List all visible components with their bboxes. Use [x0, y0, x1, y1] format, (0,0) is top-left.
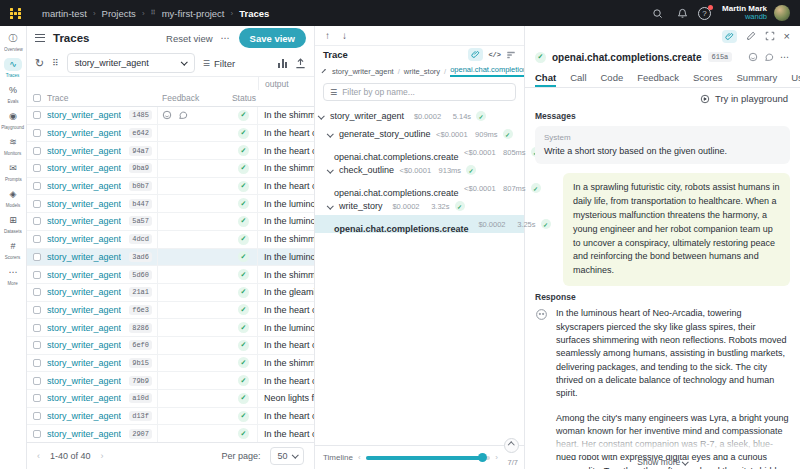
- feedback-cell[interactable]: [162, 110, 230, 120]
- row-checkbox[interactable]: [33, 129, 41, 137]
- table-row[interactable]: story_writer_agent 21a1 ✓ In the gleamin…: [27, 284, 314, 302]
- tree-node[interactable]: openai.chat.completions.create $0.0002 3…: [315, 215, 524, 233]
- trace-breadcrumb-root[interactable]: story_writer_agent: [332, 67, 394, 76]
- avatar[interactable]: [774, 5, 790, 21]
- op-selector-dropdown[interactable]: story_writer_agent: [67, 53, 195, 73]
- column-header-feedback[interactable]: Feedback: [158, 93, 230, 103]
- row-checkbox[interactable]: [33, 394, 41, 402]
- trace-link[interactable]: story_writer_agent: [47, 376, 121, 386]
- try-in-playground-button[interactable]: Try in playground: [525, 88, 800, 106]
- notifications-bell-icon[interactable]: [673, 4, 691, 22]
- table-row[interactable]: story_writer_agent e642 ✓ In the heart o…: [27, 125, 314, 143]
- row-checkbox[interactable]: [33, 359, 41, 367]
- wandb-logo-icon[interactable]: [10, 8, 21, 19]
- trace-link[interactable]: story_writer_agent: [47, 411, 121, 421]
- row-checkbox[interactable]: [33, 306, 41, 314]
- sidebar-item[interactable]: ⓘ Overview: [0, 29, 26, 54]
- help-icon[interactable]: ?: [698, 7, 711, 20]
- search-icon[interactable]: [648, 4, 666, 22]
- timeline-slider[interactable]: [366, 456, 491, 460]
- timeline-prev-icon[interactable]: ‹: [358, 453, 361, 462]
- table-row[interactable]: story_writer_agent b447 ✓ In the luminou…: [27, 195, 314, 213]
- tab[interactable]: Feedback: [637, 68, 679, 87]
- table-row[interactable]: story_writer_agent 4dcd ✓ In the shimmer…: [27, 231, 314, 249]
- tree-node[interactable]: write_story $0.0002 3.32s ✓: [315, 197, 524, 215]
- trace-link[interactable]: story_writer_agent: [47, 287, 121, 297]
- tab[interactable]: Call: [570, 68, 586, 87]
- table-row[interactable]: story_writer_agent 94a7 ✓ In the heart o…: [27, 142, 314, 160]
- sort-down-icon[interactable]: ↓: [342, 30, 347, 41]
- close-icon[interactable]: ×: [784, 31, 790, 42]
- trace-link[interactable]: story_writer_agent: [47, 163, 121, 173]
- table-row[interactable]: story_writer_agent 6ef0 ✓ In the heart o…: [27, 337, 314, 355]
- table-menu-icon[interactable]: [35, 34, 45, 42]
- tree-node[interactable]: openai.chat.completions.create <$0.0001 …: [315, 179, 524, 197]
- view-options-icon[interactable]: ⋯: [221, 33, 231, 43]
- row-checkbox[interactable]: [33, 235, 41, 243]
- per-page-select[interactable]: 50: [270, 447, 304, 465]
- row-checkbox[interactable]: [33, 111, 41, 119]
- next-page-icon[interactable]: ›: [101, 451, 104, 461]
- select-all-checkbox[interactable]: [33, 94, 41, 102]
- expand-chevron-icon[interactable]: [327, 166, 333, 172]
- overflow-menu-icon[interactable]: ⋯: [780, 52, 790, 62]
- table-row[interactable]: story_writer_agent 2907 ✓ In the heart o…: [27, 425, 314, 442]
- trace-link[interactable]: story_writer_agent: [47, 429, 121, 439]
- expand-chevron-icon[interactable]: [327, 202, 333, 208]
- table-row[interactable]: story_writer_agent f6e3 ✓ In the heart o…: [27, 302, 314, 320]
- sidebar-item[interactable]: ◈ Models: [0, 185, 26, 210]
- table-row[interactable]: story_writer_agent 3ad6 ✓ In the luminou…: [27, 249, 314, 267]
- table-row[interactable]: story_writer_agent 1485 ✓ In the shimmer…: [27, 107, 314, 125]
- column-header-status[interactable]: Status: [230, 93, 258, 103]
- trace-link[interactable]: story_writer_agent: [47, 216, 121, 226]
- table-row[interactable]: story_writer_agent 9ba9 ✓ In the shimmer…: [27, 160, 314, 178]
- sidebar-item[interactable]: ◉ Playground: [0, 107, 26, 132]
- breadcrumb-section[interactable]: Projects: [102, 8, 136, 19]
- show-more-button[interactable]: Show more: [525, 457, 800, 467]
- timeline-slider-handle[interactable]: [478, 453, 487, 462]
- row-checkbox[interactable]: [33, 430, 41, 438]
- table-row[interactable]: story_writer_agent 5d60 ✓ In the shimmer…: [27, 266, 314, 284]
- reset-view-button[interactable]: Reset view: [166, 33, 212, 44]
- trace-link[interactable]: story_writer_agent: [47, 305, 121, 315]
- tab[interactable]: Code: [601, 68, 624, 87]
- tree-node[interactable]: story_writer_agent $0.0002 5.14s ✓: [315, 107, 524, 125]
- edit-pencil-icon[interactable]: [746, 31, 756, 41]
- row-checkbox[interactable]: [33, 200, 41, 208]
- output-group-header[interactable]: output: [258, 77, 314, 90]
- tab[interactable]: Use: [791, 68, 800, 87]
- trace-link[interactable]: story_writer_agent: [47, 323, 121, 333]
- op-filter-input[interactable]: [342, 87, 509, 97]
- tree-node[interactable]: generate_story_outline <$0.0001 909ms ✓: [315, 125, 524, 143]
- trace-link[interactable]: story_writer_agent: [47, 270, 121, 280]
- table-row[interactable]: story_writer_agent a10d ✓ Neon lights fl…: [27, 390, 314, 408]
- table-row[interactable]: story_writer_agent d13f ✓ In the heart o…: [27, 408, 314, 426]
- code-view-icon[interactable]: </>: [488, 51, 501, 59]
- timeline-next-icon[interactable]: ›: [495, 453, 498, 462]
- trace-link[interactable]: story_writer_agent: [47, 128, 121, 138]
- breadcrumb-project[interactable]: my-first-project: [162, 8, 225, 19]
- refresh-icon[interactable]: ↻: [35, 58, 44, 69]
- row-checkbox[interactable]: [33, 253, 41, 261]
- sidebar-item[interactable]: ⊞ Datasets: [0, 211, 26, 236]
- row-checkbox[interactable]: [33, 164, 41, 172]
- table-row[interactable]: story_writer_agent b0b7 ✓ In the heart o…: [27, 178, 314, 196]
- prev-page-icon[interactable]: ‹: [37, 451, 40, 461]
- column-visibility-icon[interactable]: ⠿: [52, 58, 59, 68]
- trace-link[interactable]: story_writer_agent: [47, 252, 121, 262]
- comment-icon[interactable]: [764, 52, 774, 62]
- breadcrumb-entity[interactable]: martin-test: [42, 8, 87, 19]
- sidebar-item[interactable]: % Evals: [0, 81, 26, 106]
- row-checkbox[interactable]: [33, 412, 41, 420]
- trace-link[interactable]: story_writer_agent: [47, 199, 121, 209]
- row-checkbox[interactable]: [33, 377, 41, 385]
- tree-node[interactable]: check_outline <$0.0001 913ms ✓: [315, 161, 524, 179]
- export-icon[interactable]: [295, 58, 306, 69]
- trace-link[interactable]: story_writer_agent: [47, 181, 121, 191]
- row-checkbox[interactable]: [33, 288, 41, 296]
- row-checkbox[interactable]: [33, 147, 41, 155]
- table-row[interactable]: story_writer_agent 79b9 ✓ In the heart o…: [27, 372, 314, 390]
- trace-link[interactable]: story_writer_agent: [47, 110, 121, 120]
- row-checkbox[interactable]: [33, 341, 41, 349]
- table-row[interactable]: story_writer_agent 8286 ✓ In the luminou…: [27, 319, 314, 337]
